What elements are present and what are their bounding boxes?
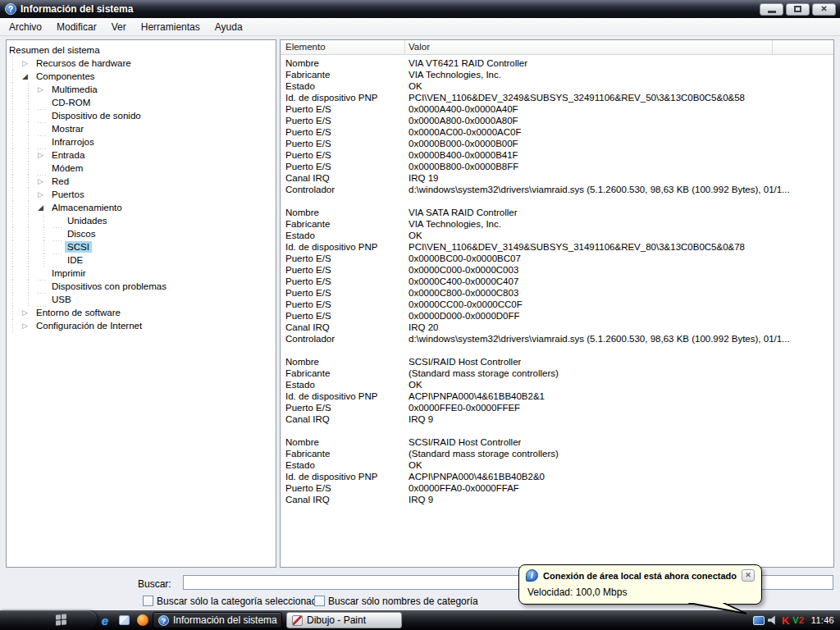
tree-item-discos[interactable]: Discos [7,227,276,240]
menu-ver[interactable]: Ver [104,19,134,35]
table-row[interactable]: Puerto E/S0x0000B800-0x0000B8FF [281,161,833,172]
cell-elemento: Fabricante [281,218,405,230]
expand-arrow-icon[interactable]: ▷ [22,319,34,332]
table-row[interactable]: Puerto E/S0x0000A800-0x0000A80F [281,115,833,126]
tree-item-infrarrojos[interactable]: Infrarrojos [7,135,276,148]
tree-item-componentes[interactable]: ◢Componentes [7,70,276,83]
balloon-close-button[interactable]: ✕ [742,569,755,582]
tree-item-almacenamiento[interactable]: ◢Almacenamiento [7,201,276,214]
table-row[interactable]: Puerto E/S0x0000FFE0-0x0000FFEF [281,402,833,413]
table-row[interactable]: Controladord:\windows\system32\drivers\v… [281,184,833,195]
table-row[interactable]: Puerto E/S0x0000AC00-0x0000AC0F [281,126,833,138]
minimize-button[interactable] [760,3,783,16]
menu-modificar[interactable]: Modificar [49,19,104,35]
cell-elemento: Puerto E/S [281,103,405,115]
collapse-arrow-icon[interactable]: ◢ [38,201,49,214]
expand-arrow-icon[interactable]: ▷ [38,83,49,96]
checkbox-search-selected-category[interactable] [143,596,153,606]
expand-arrow-icon[interactable]: ▷ [22,57,34,70]
tree-item-recursos-de-hardware[interactable]: ▷Recursos de hardware [7,57,276,70]
tree-item-puertos[interactable]: ▷Puertos [7,188,276,201]
cell-elemento: Nombre [281,436,405,448]
table-row[interactable]: Id. de dispositivo PNPPCI\VEN_1106&DEV_3… [281,241,833,253]
network-tray-icon[interactable] [753,616,765,625]
cell-valor: 0x0000BC00-0x0000BC07 [405,253,521,264]
tree-item-entrada[interactable]: ▷Entrada [7,148,276,162]
expand-arrow-icon[interactable]: ▷ [38,188,49,201]
cell-valor: 0x0000AC00-0x0000AC0F [405,126,521,138]
column-header-elemento[interactable]: Elemento [281,40,405,54]
table-row[interactable]: Controladord:\windows\system32\drivers\v… [281,333,833,345]
table-row[interactable]: Canal IRQIRQ 9 [281,413,833,425]
table-row[interactable]: Puerto E/S0x0000CC00-0x0000CC0F [281,299,833,310]
table-row[interactable]: Id. de dispositivo PNPPCI\VEN_1106&DEV_3… [281,92,833,103]
tree-item-entorno-de-software[interactable]: ▷Entorno de software [7,306,276,319]
tree-item-red[interactable]: ▷Red [7,175,276,188]
internet-explorer-icon[interactable]: e [98,614,112,627]
menu-archivo[interactable]: Archivo [2,19,49,35]
table-row[interactable]: NombreVIA VT6421 RAID Controller [281,57,833,69]
table-row[interactable]: Puerto E/S0x0000BC00-0x0000BC07 [281,253,833,264]
table-row[interactable]: Puerto E/S0x0000B400-0x0000B41F [281,149,833,161]
table-row[interactable]: Canal IRQIRQ 20 [281,322,833,333]
table-row[interactable]: Id. de dispositivo PNPACPI\PNPA000\4&61B… [281,471,833,482]
tree-item-unidades[interactable]: Unidades [7,214,276,227]
table-row[interactable]: EstadoOK [281,80,833,92]
tree-item-ide[interactable]: IDE [7,253,276,267]
expand-arrow-icon[interactable]: ▷ [38,148,49,162]
table-row[interactable]: Fabricante(Standard mass storage control… [281,368,833,379]
tree-item-configuracion-de-internet[interactable]: ▷Configuración de Internet [7,319,276,332]
table-row[interactable]: NombreSCSI/RAID Host Controller [281,436,833,448]
tree-item-dispositivo-de-sonido[interactable]: Dispositivo de sonido [7,109,276,122]
table-row[interactable]: Fabricante(Standard mass storage control… [281,448,833,459]
maximize-button[interactable] [786,3,810,16]
table-row[interactable]: EstadoOK [281,379,833,390]
collapse-arrow-icon[interactable]: ◢ [22,70,34,83]
table-row[interactable]: NombreVIA SATA RAID Controller [281,207,833,218]
table-row[interactable]: Puerto E/S0x0000D000-0x0000D0FF [281,310,833,322]
table-row[interactable]: NombreSCSI/RAID Host Controller [281,356,833,368]
taskbar-button-dibujo-paint[interactable]: Dibujo - Paint [286,612,402,628]
table-row[interactable]: Puerto E/S0x0000C800-0x0000C803 [281,287,833,299]
title-bar[interactable]: ? Información del sistema ✕ [0,0,840,18]
table-row[interactable]: Puerto E/S0x0000C000-0x0000C003 [281,264,833,276]
tree-item-scsi[interactable]: SCSI [7,240,276,253]
menu-ayuda[interactable]: Ayuda [208,19,250,35]
table-row[interactable]: EstadoOK [281,459,833,471]
v2-tray-icon[interactable]: V2 [792,616,803,625]
table-row[interactable]: FabricanteVIA Technologies, Inc. [281,69,833,80]
tree-item-usb[interactable]: USB [7,293,276,306]
tree-item-imprimir[interactable]: Imprimir [7,267,276,280]
cell-valor: SCSI/RAID Host Controller [405,356,521,368]
expand-arrow-icon[interactable]: ▷ [38,175,49,188]
table-row[interactable]: Canal IRQIRQ 9 [281,494,833,505]
table-row[interactable]: Canal IRQIRQ 19 [281,172,833,184]
start-button[interactable] [0,610,97,630]
table-row[interactable]: Id. de dispositivo PNPACPI\PNPA000\4&61B… [281,390,833,402]
show-desktop-icon[interactable] [117,614,130,627]
table-row[interactable]: EstadoOK [281,230,833,241]
kaspersky-tray-icon[interactable]: K [782,615,789,626]
tree-item-modem[interactable]: Módem [7,162,276,175]
table-row[interactable]: FabricanteVIA Technologies, Inc. [281,218,833,230]
tree-indent-guide [22,214,38,227]
tree-item-cd-rom[interactable]: CD-ROM [7,96,276,109]
taskbar-clock[interactable]: 11:46 [811,615,834,625]
expand-arrow-icon[interactable]: ▷ [22,306,34,319]
table-row[interactable]: Puerto E/S0x0000C400-0x0000C407 [281,276,833,287]
taskbar-button-informacion-del-sistema[interactable]: ?Información del sistema [153,612,282,628]
close-button[interactable]: ✕ [812,3,836,16]
table-row[interactable]: Puerto E/S0x0000A400-0x0000A40F [281,103,833,115]
cell-elemento: Controlador [281,184,405,195]
column-header-valor[interactable]: Valor [405,40,773,54]
volume-tray-icon[interactable] [768,615,778,625]
firefox-icon[interactable] [136,614,149,627]
tree-item-mostrar[interactable]: Mostrar [7,122,276,135]
tree-item-multimedia[interactable]: ▷Multimedia [7,83,276,96]
tree-item-dispositivos-con-problemas[interactable]: Dispositivos con problemas [7,280,276,293]
menu-herramientas[interactable]: Herramientas [134,19,208,35]
checkbox-search-category-names[interactable] [314,596,325,606]
table-row[interactable]: Puerto E/S0x0000B000-0x0000B00F [281,138,833,149]
table-row[interactable]: Puerto E/S0x0000FFA0-0x0000FFAF [281,482,833,494]
tree-item-resumen-del-sistema[interactable]: Resumen del sistema [7,43,276,57]
